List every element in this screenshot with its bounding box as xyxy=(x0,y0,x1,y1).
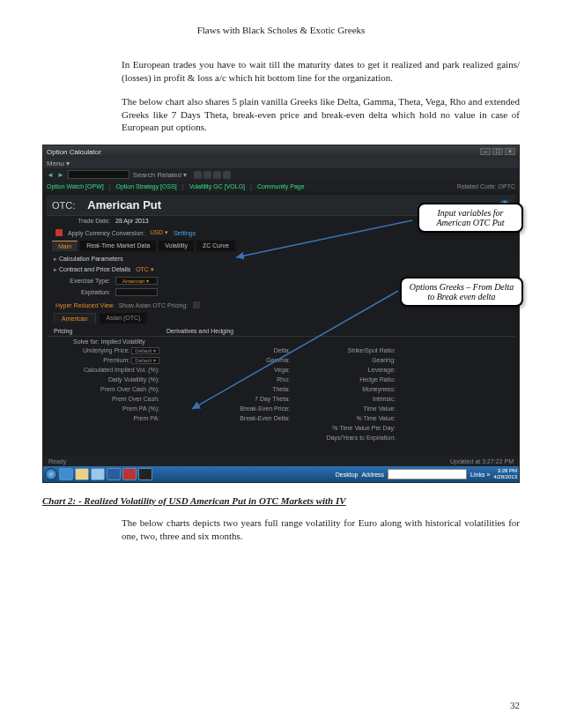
search-label: Search Related ▾ xyxy=(133,171,187,179)
screenshot-figure: Option Calculator – □ × Menu ▾ ◄ ► Searc… xyxy=(42,145,520,483)
tab-volatility[interactable]: Volatility GC [VOLG] xyxy=(189,183,245,189)
close-button[interactable]: × xyxy=(505,148,515,155)
tab-option-watch[interactable]: Option Watch [OPW] xyxy=(47,183,104,189)
field-label: Break-Even Delta: xyxy=(166,414,297,423)
field-label: Strike/Spot Ratio: xyxy=(297,346,403,355)
back-icon[interactable]: ◄ xyxy=(47,171,54,179)
col-derivatives-header: Derivatives and Hedging xyxy=(166,328,297,334)
field-label: Prem Over Cash: xyxy=(54,395,166,404)
field-label: % Time Value: xyxy=(297,414,403,423)
show-asian-label: Show Asian OTC Pricing: xyxy=(119,302,189,308)
pricing-tabs: American Asian (OTC) xyxy=(47,310,515,326)
field-label: Gearing: xyxy=(297,356,403,365)
field-label: Leverage: xyxy=(297,366,403,375)
section-contract-price[interactable]: Contract and Price Details OTC ▾ xyxy=(47,264,515,275)
toolbar: ◄ ► Search Related ▾ xyxy=(43,168,519,181)
menu-dropdown[interactable]: Menu ▾ xyxy=(47,160,70,167)
tab-zc-curve[interactable]: ZC Curve xyxy=(196,241,235,251)
field-label: Prem Over Cash (%): xyxy=(54,385,166,394)
status-updated: Updated at 3:27:22 PM xyxy=(450,458,514,464)
forward-icon[interactable]: ► xyxy=(57,171,64,179)
tab-volatility-sub[interactable]: Volatility xyxy=(159,241,194,251)
explorer-icon[interactable] xyxy=(75,468,89,480)
tab-community[interactable]: Community Page xyxy=(257,183,305,189)
app2-icon[interactable] xyxy=(138,468,152,480)
exercise-type-value: American ▾ xyxy=(122,278,149,284)
default-select[interactable]: Default ▾ xyxy=(131,357,159,364)
option-calculator-window: Option Calculator – □ × Menu ▾ ◄ ► Searc… xyxy=(42,145,520,483)
paragraph-1: In European trades you have to wait till… xyxy=(122,58,520,85)
field-label: Gamma: xyxy=(166,356,297,365)
maximize-button[interactable]: □ xyxy=(492,148,503,155)
field-label: Delta: xyxy=(166,346,297,355)
section-contract-label: Contract and Price Details xyxy=(59,266,130,272)
field-label: Moneyness: xyxy=(297,385,403,394)
start-orb-icon[interactable] xyxy=(45,468,57,480)
section-tabs: Main Real-Time Market Data Volatility ZC… xyxy=(47,238,515,254)
solve-for-label: Solve for: Implied Volatility xyxy=(73,338,145,345)
clock-date: 4/28/2013 xyxy=(493,474,517,480)
expiration-input[interactable] xyxy=(115,288,158,296)
greeks-grid: Underlying Price:Default ▾Premium:Defaul… xyxy=(47,346,515,442)
tab-american[interactable]: American xyxy=(54,313,96,323)
field-label: Vega: xyxy=(166,366,297,375)
field-label: Intrinsic: xyxy=(297,395,403,404)
related-code: Related Code: OPTC xyxy=(457,183,515,189)
tab-main[interactable]: Main xyxy=(52,241,78,251)
tab-realtime[interactable]: Real-Time Market Data xyxy=(80,241,156,251)
callout-input-vars: Input variables for American OTC Put xyxy=(418,203,523,233)
word-icon[interactable] xyxy=(107,468,121,480)
field-label: Time Value: xyxy=(297,405,403,413)
toolbar-icon[interactable] xyxy=(203,171,211,179)
window-title: Option Calculator xyxy=(47,148,101,156)
field-label: Premium:Default ▾ xyxy=(54,356,166,365)
apply-cc-checkbox[interactable] xyxy=(55,229,63,236)
links-label[interactable]: Links » xyxy=(470,472,490,478)
field-label: Hedge Ratio: xyxy=(297,375,403,384)
nav-tabs: Option Watch [OPW] | Option Strategy [OS… xyxy=(43,181,519,191)
desktop-label[interactable]: Desktop xyxy=(336,472,359,478)
otc-label: OTC: xyxy=(52,200,75,211)
chart2-caption: Chart 2: - Realized Volatility of USD Am… xyxy=(42,495,520,506)
minimize-button[interactable]: – xyxy=(480,148,491,155)
page-header: Flaws with Black Scholes & Exotic Greeks xyxy=(42,25,520,35)
menu-bar[interactable]: Menu ▾ xyxy=(43,158,519,168)
otc-value: American Put xyxy=(87,198,161,212)
app-icon[interactable] xyxy=(91,468,105,480)
trade-date-value: 28 Apr 2013 xyxy=(115,218,149,224)
currency-select[interactable]: USD ▾ xyxy=(150,229,168,236)
toolbar-icon[interactable] xyxy=(194,171,202,179)
section-calc-params[interactable]: Calculation Parameters xyxy=(47,254,515,264)
tab-option-strategy[interactable]: Option Strategy [OSS] xyxy=(116,183,177,189)
ie-icon[interactable] xyxy=(59,468,73,480)
search-input[interactable] xyxy=(68,170,129,179)
pdf-icon[interactable] xyxy=(122,468,137,480)
field-label: 7 Day Theta: xyxy=(166,395,297,404)
page-number: 32 xyxy=(510,700,520,710)
contract-select[interactable]: OTC ▾ xyxy=(136,266,154,272)
expiration-label: Expiration: xyxy=(55,289,110,295)
window-title-bar: Option Calculator – □ × xyxy=(43,145,519,158)
default-select[interactable]: Default ▾ xyxy=(131,347,159,354)
field-label: Prem PA: xyxy=(54,414,166,423)
toolbar-icon[interactable] xyxy=(213,171,221,179)
exercise-type-label: Exercise Type: xyxy=(55,278,110,284)
field-label: Daily Volatility (%): xyxy=(54,375,166,384)
status-bar: Ready Updated at 3:27:22 PM xyxy=(43,456,519,466)
field-label: % Time Value Per Day: xyxy=(297,424,403,433)
paragraph-2: The below chart also shares 5 plain vani… xyxy=(122,95,520,135)
paragraph-3: The below charts depicts two years full … xyxy=(122,516,520,543)
field-label: Days/Years to Expiration: xyxy=(297,434,403,442)
windows-taskbar: Desktop Address Links » 3:28 PM 4/28/201… xyxy=(43,466,519,482)
tab-asian-otc[interactable]: Asian (OTC) xyxy=(100,313,148,323)
field-label: Calculated Implied Vol. (%): xyxy=(54,366,166,375)
address-label: Address xyxy=(361,472,384,478)
hyper-reduced-link[interactable]: Hyper Reduced View xyxy=(55,302,114,308)
show-asian-checkbox[interactable] xyxy=(193,301,200,308)
toolbar-icon[interactable] xyxy=(223,171,231,179)
field-label: Underlying Price:Default ▾ xyxy=(54,346,166,355)
field-label: Theta: xyxy=(166,385,297,394)
address-input[interactable] xyxy=(388,469,467,479)
settings-link[interactable]: Settings xyxy=(174,230,196,236)
callout-greeks: Options Greeks – From Delta to Break eve… xyxy=(400,277,523,307)
